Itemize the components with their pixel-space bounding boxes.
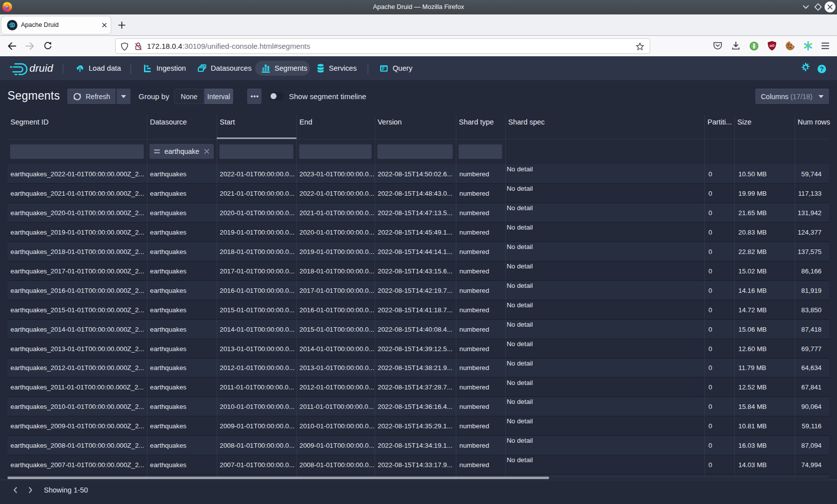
svg-text:uO: uO bbox=[770, 44, 775, 47]
